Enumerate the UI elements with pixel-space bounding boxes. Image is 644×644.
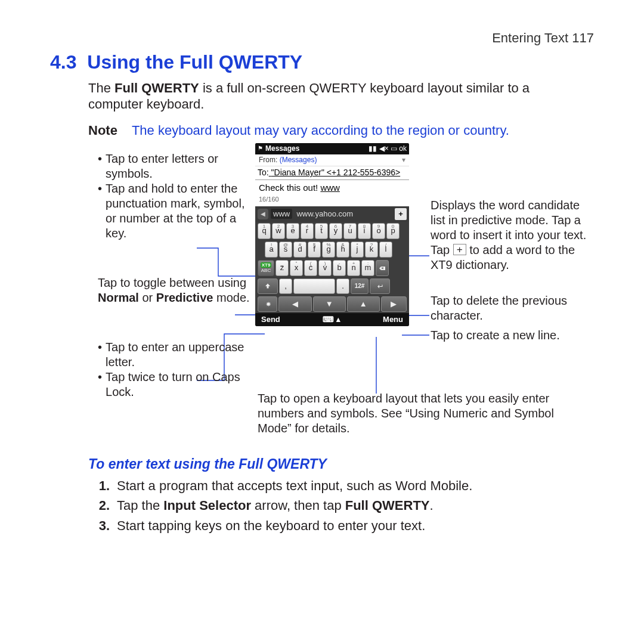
step-3: Start tapping keys on the keyboard to en…	[117, 518, 425, 534]
key-g[interactable]: %g	[322, 242, 335, 258]
arrow-up-key[interactable]: ▲	[347, 296, 380, 312]
key-b[interactable]: -b	[333, 260, 346, 276]
plus-inline-icon: +	[453, 244, 466, 255]
note-text: The keyboard layout may vary according t…	[132, 122, 509, 139]
key-row-2: !a@s#d$f%g&h*j?k/l	[255, 240, 409, 259]
key-y[interactable]: 6y	[329, 223, 342, 239]
note-row: Note The keyboard layout may vary accord…	[88, 122, 556, 139]
arrow-right-key[interactable]: ▶	[381, 296, 407, 312]
subsection-heading: To enter text using the Full QWERTY	[88, 456, 556, 473]
candidate-text[interactable]: www www.yahoo.com	[271, 209, 392, 219]
key-z[interactable]: _z	[275, 260, 289, 276]
callout-toggle-mode: Tap to toggle between using Normal or Pr…	[98, 275, 250, 305]
status-bar: ⚑ Messages ▮▮ ◀× ▭ ok	[255, 143, 409, 154]
key-k[interactable]: ?k	[365, 242, 378, 258]
running-head: Entering Text 117	[50, 30, 594, 47]
key-row-5: ◀ ▼ ▲ ▶	[255, 295, 409, 313]
intro-paragraph: The Full QWERTY is a full on-screen QWER…	[88, 80, 556, 113]
key-d[interactable]: #d	[293, 242, 306, 258]
candidate-prev-icon[interactable]: ◀	[258, 209, 268, 219]
key-i[interactable]: 8i	[358, 223, 371, 239]
keyboard: 1q2w3e4r5t6y7u8i9o0p !a@s#d$f%g&h*j?k/l …	[255, 222, 409, 313]
app-title: Messages	[265, 144, 366, 153]
key-p[interactable]: 0p	[386, 223, 400, 239]
softkey-bar: Send ⌨ ▴ Menu	[255, 313, 409, 326]
chevron-down-icon[interactable]: ▾	[402, 156, 405, 165]
key-a[interactable]: !a	[265, 242, 278, 258]
options-key[interactable]	[258, 296, 277, 312]
step-1: Start a program that accepts text input,…	[117, 478, 472, 494]
arrow-left-key[interactable]: ◀	[278, 296, 311, 312]
status-icons: ▮▮ ◀× ▭ ok	[369, 144, 407, 153]
shift-key[interactable]	[258, 278, 278, 294]
key-o[interactable]: 9o	[372, 223, 385, 239]
backspace-key[interactable]	[376, 260, 389, 276]
key-m[interactable]: :m	[361, 260, 374, 276]
key-row-4: , . 12#	[255, 277, 409, 295]
key-u[interactable]: 7u	[343, 223, 357, 239]
key-x[interactable]: "x	[290, 260, 303, 276]
key-r[interactable]: 4r	[301, 223, 314, 239]
key-h[interactable]: &h	[336, 242, 349, 258]
callout-shift: •Tap to enter an uppercase letter. •Tap …	[98, 340, 247, 400]
key-l[interactable]: /l	[379, 242, 392, 258]
section-title: Using the Full QWERTY	[87, 51, 302, 73]
key-e[interactable]: 3e	[286, 223, 299, 239]
softkey-left[interactable]: Send	[261, 315, 280, 324]
from-source-link[interactable]: (Messages)	[280, 156, 317, 164]
message-body[interactable]: Check this out! www	[255, 180, 409, 196]
enter-key[interactable]	[370, 278, 390, 294]
key-f[interactable]: $f	[308, 242, 321, 258]
callout-candidate-list: Displays the word candidate list in pred…	[431, 198, 595, 273]
key-v[interactable]: )v	[318, 260, 332, 276]
note-label: Note	[88, 122, 117, 139]
space-key[interactable]	[293, 278, 335, 294]
char-counter: 16/160	[255, 196, 409, 206]
key-row-1: 1q2w3e4r5t6y7u8i9o0p	[255, 222, 409, 240]
from-line: From: (Messages) ▾	[255, 154, 409, 166]
arrow-down-key[interactable]: ▼	[313, 296, 346, 312]
phone-screenshot: ⚑ Messages ▮▮ ◀× ▭ ok From: (Messages) ▾…	[255, 143, 409, 326]
key-c[interactable]: (c	[304, 260, 317, 276]
key-j[interactable]: *j	[351, 242, 364, 258]
step-2: Tap the Input Selector arrow, then tap F…	[117, 497, 434, 514]
callout-letters: •Tap to enter letters or symbols. •Tap a…	[98, 151, 247, 241]
start-icon: ⚑	[258, 145, 263, 153]
softkey-right[interactable]: Menu	[383, 315, 403, 324]
sip-icon[interactable]: ⌨ ▴	[323, 315, 340, 324]
key-t[interactable]: 5t	[315, 223, 328, 239]
period-key[interactable]: .	[336, 278, 349, 294]
callout-enter: Tap to create a new line.	[431, 328, 592, 343]
key-s[interactable]: @s	[279, 242, 292, 258]
comma-key[interactable]: ,	[279, 278, 292, 294]
to-line: To: "Diana Mayer" <+1 212-555-6396>	[255, 166, 409, 179]
key-q[interactable]: 1q	[258, 223, 271, 239]
key-n[interactable]: +n	[347, 260, 360, 276]
xt9-mode-key[interactable]: XT9ABC	[258, 260, 274, 276]
steps-list: 1.Start a program that accepts text inpu…	[88, 478, 556, 534]
add-word-button[interactable]: +	[395, 208, 407, 220]
callout-delete: Tap to delete the previous character.	[431, 293, 592, 323]
key-w[interactable]: 2w	[272, 223, 285, 239]
numeric-symbol-key[interactable]: 12#	[351, 278, 369, 294]
callout-numsym: Tap to open a keyboard layout that lets …	[258, 391, 556, 436]
section-heading: 4.3 Using the Full QWERTY	[50, 50, 594, 74]
key-row-3: XT9ABC _z"x(c)v-b+n:m	[255, 259, 409, 277]
section-number: 4.3	[50, 51, 76, 73]
candidate-row: ◀ www www.yahoo.com +	[255, 206, 409, 222]
annotated-diagram: •Tap to enter letters or symbols. •Tap a…	[50, 143, 594, 447]
